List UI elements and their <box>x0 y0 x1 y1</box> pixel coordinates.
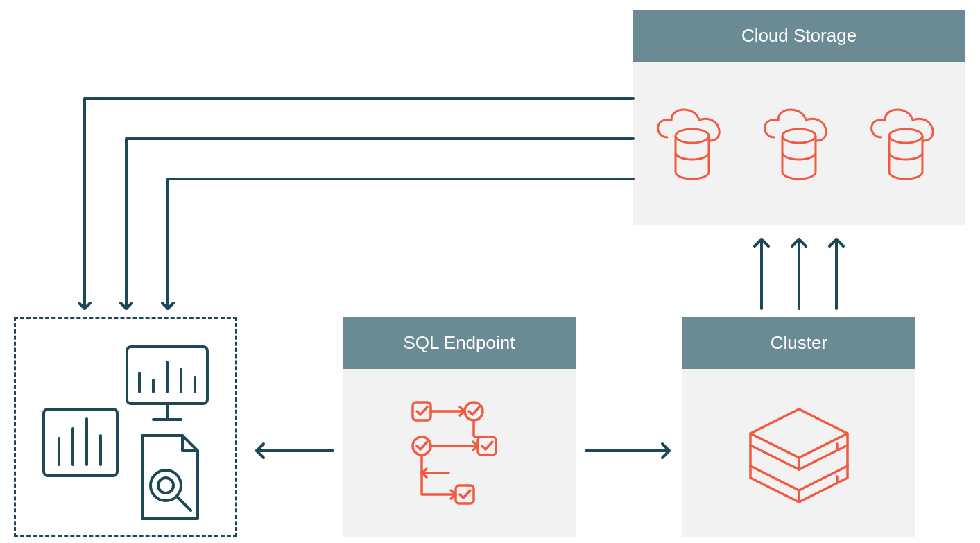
cluster-body <box>682 369 915 540</box>
analytics-box <box>14 317 237 537</box>
workflow-icon <box>400 395 518 513</box>
svg-rect-3 <box>413 402 431 420</box>
analytics-icons <box>16 319 235 535</box>
sql-endpoint-header: SQL Endpoint <box>343 317 576 369</box>
cloud-storage-box: Cloud Storage <box>633 10 965 225</box>
sql-endpoint-label: SQL Endpoint <box>404 332 515 353</box>
cluster-box: Cluster <box>682 317 915 537</box>
sql-endpoint-box: SQL Endpoint <box>343 317 576 537</box>
svg-point-2 <box>889 129 922 143</box>
cloud-storage-body <box>633 62 965 227</box>
cloud-database-icon <box>754 103 844 186</box>
cluster-label: Cluster <box>771 332 827 353</box>
svg-rect-7 <box>456 485 474 503</box>
cloud-storage-header: Cloud Storage <box>633 10 965 62</box>
cloud-database-icon <box>861 103 951 186</box>
stack-icon <box>740 402 858 506</box>
svg-point-5 <box>413 437 431 455</box>
cloud-storage-label: Cloud Storage <box>741 25 857 46</box>
cluster-header: Cluster <box>682 317 915 369</box>
svg-rect-6 <box>478 437 496 455</box>
svg-point-11 <box>158 478 173 493</box>
svg-rect-9 <box>44 409 117 476</box>
svg-point-4 <box>465 402 483 420</box>
sql-endpoint-body <box>343 369 576 540</box>
svg-point-1 <box>782 129 816 143</box>
svg-point-0 <box>676 129 709 143</box>
cloud-database-icon <box>647 103 737 186</box>
